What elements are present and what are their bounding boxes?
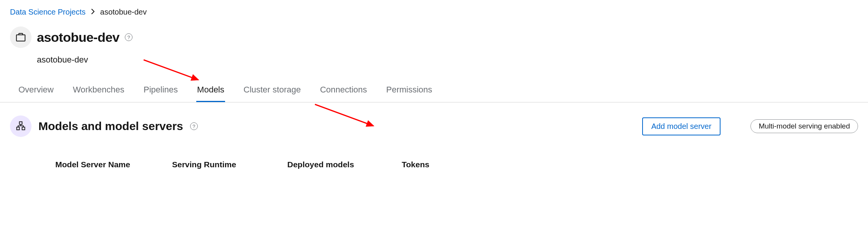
page-header: asotobue-dev ? xyxy=(10,26,858,48)
tab-overview[interactable]: Overview xyxy=(18,82,55,102)
project-icon xyxy=(10,26,31,48)
tab-workbenches[interactable]: Workbenches xyxy=(72,82,125,102)
svg-rect-0 xyxy=(17,35,25,41)
tab-cluster-storage[interactable]: Cluster storage xyxy=(243,82,301,102)
tab-pipelines[interactable]: Pipelines xyxy=(143,82,179,102)
help-icon[interactable]: ? xyxy=(125,33,133,41)
chevron-right-icon xyxy=(91,9,95,15)
page-subtitle: asotobue-dev xyxy=(37,55,858,65)
table-header-row: Model Server Name Serving Runtime Deploy… xyxy=(10,160,858,169)
svg-rect-2 xyxy=(17,127,20,130)
help-icon[interactable]: ? xyxy=(190,122,198,130)
add-model-server-button[interactable]: Add model server xyxy=(642,117,721,135)
column-header-tokens: Tokens xyxy=(402,160,479,169)
section-title: Models and model servers xyxy=(38,120,183,133)
svg-rect-3 xyxy=(22,127,25,130)
breadcrumb-current: asotobue-dev xyxy=(100,8,147,16)
tab-permissions[interactable]: Permissions xyxy=(386,82,433,102)
column-header-name: Model Server Name xyxy=(55,160,172,169)
column-header-deployed: Deployed models xyxy=(287,160,402,169)
tab-connections[interactable]: Connections xyxy=(319,82,368,102)
models-icon xyxy=(10,115,31,137)
serving-mode-badge: Multi-model serving enabled xyxy=(750,119,858,133)
svg-rect-1 xyxy=(20,122,22,124)
tabs: Overview Workbenches Pipelines Models Cl… xyxy=(0,82,868,102)
breadcrumb-parent-link[interactable]: Data Science Projects xyxy=(10,8,86,16)
tab-models[interactable]: Models xyxy=(196,82,225,102)
breadcrumb: Data Science Projects asotobue-dev xyxy=(10,8,858,16)
section-header: Models and model servers ? Add model ser… xyxy=(10,115,858,137)
page-title: asotobue-dev xyxy=(37,30,119,45)
column-header-runtime: Serving Runtime xyxy=(172,160,287,169)
